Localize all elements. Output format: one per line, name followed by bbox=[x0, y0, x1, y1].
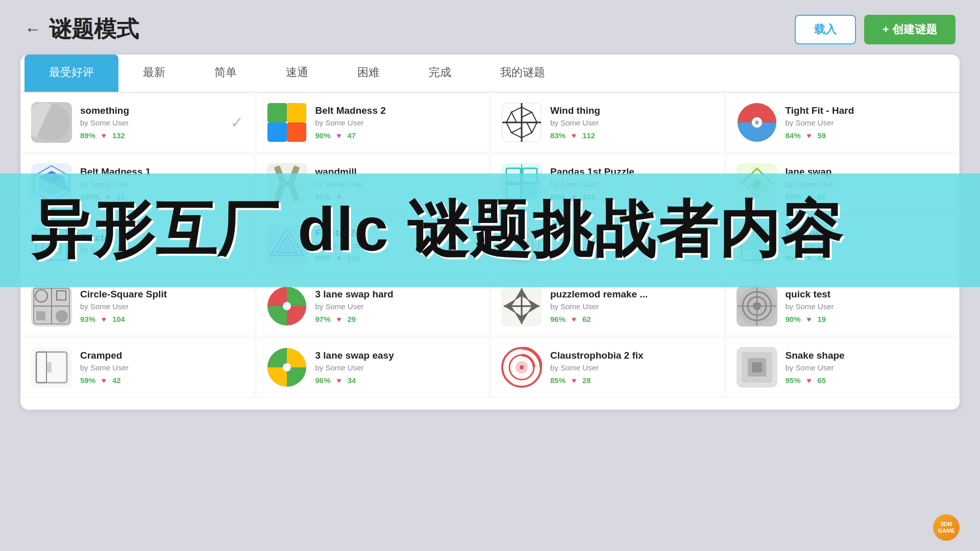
tab-hard[interactable]: 困难 bbox=[333, 55, 404, 92]
tab-top-rated[interactable]: 最受好评 bbox=[24, 55, 118, 92]
card-title-14: 3 lane swap hard bbox=[315, 289, 479, 300]
heart-icon-13: ♥ bbox=[102, 315, 106, 323]
puzzle-card-4[interactable]: Tight Fit - Hard by Some User 84% ♥ 59 bbox=[726, 92, 960, 153]
puzzle-thumb-4 bbox=[737, 102, 777, 143]
tab-completed[interactable]: 完成 bbox=[404, 55, 476, 92]
card-likes-3: 112 bbox=[582, 131, 595, 140]
card-title-16: quick test bbox=[786, 289, 949, 300]
card-title-3: Wind thing bbox=[550, 105, 714, 116]
load-button[interactable]: 载入 bbox=[795, 15, 856, 44]
card-likes-16: 19 bbox=[817, 315, 826, 323]
puzzle-card-3[interactable]: Wind thing by Some User 83% ♥ 112 bbox=[491, 92, 725, 153]
puzzle-thumb-17 bbox=[31, 347, 72, 388]
back-button[interactable]: ← bbox=[24, 20, 41, 39]
create-button[interactable]: + 创建谜题 bbox=[864, 15, 955, 44]
svg-rect-4 bbox=[267, 122, 287, 142]
heart-icon-14: ♥ bbox=[337, 315, 341, 323]
card-author-13: by Some User bbox=[80, 302, 244, 311]
card-likes-17: 42 bbox=[112, 376, 121, 385]
puzzle-thumb-3 bbox=[501, 102, 542, 143]
card-stats-3: 83% ♥ 112 bbox=[550, 131, 714, 140]
overlay-text: 异形互厂 dlc 谜题挑战者内容 bbox=[31, 189, 949, 272]
card-author-4: by Some User bbox=[786, 118, 949, 127]
card-likes-20: 65 bbox=[817, 376, 826, 385]
puzzle-thumb-13 bbox=[31, 286, 72, 327]
card-title-19: Claustrophobia 2 fix bbox=[550, 350, 714, 361]
svg-rect-69 bbox=[36, 352, 46, 383]
card-rating-15: 96% bbox=[550, 315, 566, 323]
card-rating-18: 96% bbox=[315, 376, 331, 385]
heart-icon-17: ♥ bbox=[102, 376, 106, 385]
card-info-15: puzzlemod remake ... by Some User 96% ♥ … bbox=[550, 289, 714, 323]
card-rating-20: 95% bbox=[786, 376, 801, 385]
heart-icon-16: ♥ bbox=[807, 315, 812, 323]
overlay-banner: 异形互厂 dlc 谜题挑战者内容 bbox=[0, 173, 980, 287]
card-likes-1: 132 bbox=[112, 131, 125, 140]
puzzle-thumb-19 bbox=[501, 347, 542, 388]
card-stats-4: 84% ♥ 59 bbox=[786, 131, 949, 140]
card-author-19: by Some User bbox=[550, 363, 714, 372]
card-rating-16: 90% bbox=[786, 315, 801, 323]
card-title-15: puzzlemod remake ... bbox=[550, 289, 714, 300]
svg-rect-3 bbox=[287, 103, 306, 122]
card-author-15: by Some User bbox=[550, 302, 714, 311]
card-rating-4: 84% bbox=[786, 131, 801, 140]
card-author-2: by Some User bbox=[315, 118, 479, 127]
heart-icon-2: ♥ bbox=[337, 131, 341, 140]
card-rating-13: 93% bbox=[80, 315, 95, 323]
heart-icon-15: ♥ bbox=[572, 315, 576, 323]
card-title-1: something bbox=[80, 105, 244, 116]
puzzle-card-19[interactable]: Claustrophobia 2 fix by Some User 85% ♥ … bbox=[491, 337, 725, 397]
card-title-2: Belt Madness 2 bbox=[315, 105, 479, 116]
svg-point-54 bbox=[283, 302, 291, 310]
card-title-20: Snake shape bbox=[786, 350, 949, 361]
svg-point-50 bbox=[56, 310, 68, 322]
card-info-4: Tight Fit - Hard by Some User 84% ♥ 59 bbox=[786, 105, 949, 140]
page-title: 谜题模式 bbox=[49, 14, 139, 44]
tab-speedrun[interactable]: 速通 bbox=[261, 55, 333, 92]
svg-rect-80 bbox=[752, 362, 762, 372]
heart-icon-4: ♥ bbox=[807, 131, 812, 140]
puzzle-thumb-20 bbox=[737, 347, 777, 388]
card-info-18: 3 lane swap easy by Some User 96% ♥ 34 bbox=[315, 350, 479, 385]
puzzle-thumb-1 bbox=[31, 102, 72, 143]
card-info-19: Claustrophobia 2 fix by Some User 85% ♥ … bbox=[550, 350, 714, 385]
card-stats-20: 95% ♥ 65 bbox=[786, 376, 949, 385]
watermark-logo: 3DMGAME bbox=[933, 514, 960, 541]
card-stats-2: 90% ♥ 47 bbox=[315, 131, 479, 140]
heart-icon-3: ♥ bbox=[572, 131, 576, 140]
tab-latest[interactable]: 最新 bbox=[118, 55, 190, 92]
card-likes-15: 62 bbox=[582, 315, 591, 323]
tab-easy[interactable]: 简单 bbox=[190, 55, 261, 92]
svg-rect-2 bbox=[267, 103, 287, 122]
card-author-20: by Some User bbox=[786, 363, 949, 372]
puzzle-thumb-18 bbox=[266, 347, 307, 388]
svg-rect-70 bbox=[46, 362, 52, 372]
puzzle-card-17[interactable]: Cramped by Some User 59% ♥ 42 bbox=[20, 337, 255, 397]
svg-rect-5 bbox=[287, 122, 306, 142]
card-stats-15: 96% ♥ 62 bbox=[550, 315, 714, 323]
svg-point-11 bbox=[755, 120, 759, 124]
card-rating-3: 83% bbox=[550, 131, 566, 140]
puzzle-card-20[interactable]: Snake shape by Some User 95% ♥ 65 bbox=[726, 337, 960, 397]
puzzle-thumb-2 bbox=[266, 102, 307, 143]
puzzle-card-2[interactable]: Belt Madness 2 by Some User 90% ♥ 47 bbox=[256, 92, 490, 153]
heart-icon-19: ♥ bbox=[572, 376, 576, 385]
card-author-18: by Some User bbox=[315, 363, 479, 372]
card-info-14: 3 lane swap hard by Some User 97% ♥ 29 bbox=[315, 289, 479, 323]
card-stats-13: 93% ♥ 104 bbox=[80, 315, 244, 323]
svg-rect-52 bbox=[36, 311, 45, 320]
card-stats-1: 89% ♥ 132 bbox=[80, 131, 244, 140]
tab-my-puzzles[interactable]: 我的谜题 bbox=[476, 55, 570, 92]
card-title-18: 3 lane swap easy bbox=[315, 350, 479, 361]
puzzle-thumb-15 bbox=[501, 286, 542, 327]
puzzle-card-18[interactable]: 3 lane swap easy by Some User 96% ♥ 34 bbox=[256, 337, 490, 397]
watermark: 3DMGAME bbox=[933, 514, 960, 541]
puzzle-card-1[interactable]: something by Some User 89% ♥ 132 ✓ bbox=[20, 92, 255, 153]
card-info-20: Snake shape by Some User 95% ♥ 65 bbox=[786, 350, 949, 385]
svg-point-77 bbox=[520, 365, 524, 369]
header: ← 谜题模式 载入 + 创建谜题 bbox=[0, 0, 980, 55]
card-info-2: Belt Madness 2 by Some User 90% ♥ 47 bbox=[315, 105, 479, 140]
card-stats-14: 97% ♥ 29 bbox=[315, 315, 479, 323]
svg-point-72 bbox=[283, 363, 291, 371]
